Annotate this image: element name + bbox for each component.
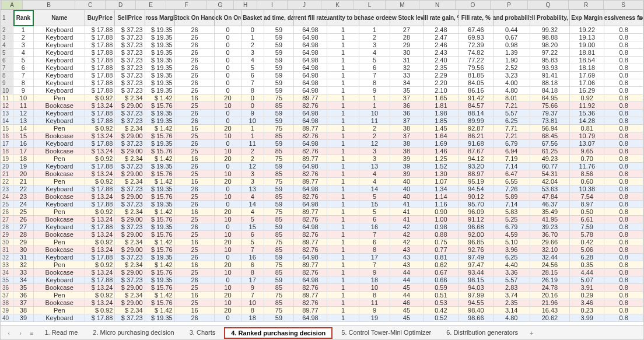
cell-cfr[interactable]: 82.76: [294, 246, 327, 254]
cell-soo[interactable]: 0: [215, 87, 241, 94]
cell-rank[interactable]: 8: [13, 79, 34, 87]
cell-frg[interactable]: 0.81: [424, 254, 459, 261]
cell-qty[interactable]: 1: [327, 57, 359, 64]
cell-em[interactable]: 5.78: [570, 231, 604, 239]
cell-ns[interactable]: 45: [390, 284, 424, 292]
header-cell[interactable]: Fill rate gain, %▾: [424, 10, 459, 26]
cell-dp[interactable]: 4.40: [494, 261, 530, 269]
cell-soo[interactable]: 0: [215, 117, 241, 125]
cell-ns[interactable]: 37: [390, 94, 424, 102]
cell-soo[interactable]: 10: [215, 193, 241, 201]
cell-cfr[interactable]: 64.98: [294, 72, 327, 79]
cell-ns[interactable]: 43: [390, 254, 424, 261]
cell-rank[interactable]: 23: [13, 193, 34, 201]
cell-name[interactable]: Bookcase: [34, 284, 85, 292]
row-header[interactable]: 9: [1, 79, 13, 87]
cell-basket[interactable]: 1: [242, 132, 264, 140]
cell-sp[interactable]: 98.88: [530, 34, 570, 41]
cell-buy[interactable]: $ 0.92: [85, 261, 115, 269]
cell-sp[interactable]: 95.83: [530, 57, 570, 64]
cell-qty[interactable]: 1: [327, 239, 359, 246]
cell-fr[interactable]: 67.46: [459, 26, 494, 34]
cell-agr[interactable]: 0.8: [604, 299, 643, 307]
cell-basket[interactable]: 13: [242, 185, 264, 193]
cell-frg[interactable]: 1.07: [424, 178, 459, 185]
cell-agr[interactable]: 0.8: [604, 140, 643, 148]
cell-frg[interactable]: 1.65: [424, 94, 459, 102]
cell-fr[interactable]: 98.40: [459, 307, 494, 314]
cell-basket[interactable]: 5: [242, 216, 264, 223]
cell-sell[interactable]: $ 29.00: [115, 193, 145, 201]
cell-em[interactable]: 11.76: [570, 163, 604, 170]
cell-fr[interactable]: 69.93: [459, 34, 494, 41]
cell-sell[interactable]: $ 29.00: [115, 132, 145, 140]
cell-poq[interactable]: 2: [359, 34, 390, 41]
cell-cfr[interactable]: 82.76: [294, 170, 327, 178]
cell-name[interactable]: Pen: [34, 208, 85, 216]
cell-soh[interactable]: 26: [175, 64, 215, 72]
column-header-O[interactable]: O: [456, 1, 491, 9]
cell-lead[interactable]: 85: [264, 284, 294, 292]
cell-poq[interactable]: 3: [359, 148, 390, 155]
cell-basket[interactable]: 10: [242, 299, 264, 307]
cell-basket[interactable]: 4: [242, 57, 264, 64]
cell-gm[interactable]: $ 1.42: [145, 208, 175, 216]
row-header[interactable]: 13: [1, 110, 13, 117]
cell-sell[interactable]: $ 37.23: [115, 49, 145, 57]
cell-poq[interactable]: 7: [359, 231, 390, 239]
cell-lead[interactable]: 75: [264, 178, 294, 185]
cell-sell[interactable]: $ 29.00: [115, 299, 145, 307]
cell-fr[interactable]: 87.67: [459, 148, 494, 155]
cell-buy[interactable]: $ 17.88: [85, 72, 115, 79]
cell-soo[interactable]: 20: [215, 178, 241, 185]
cell-frg[interactable]: 2.40: [424, 57, 459, 64]
cell-dp[interactable]: 3.74: [494, 292, 530, 299]
cell-fr[interactable]: 96.68: [459, 223, 494, 231]
cell-sell[interactable]: $ 2.34: [115, 155, 145, 163]
cell-sell[interactable]: $ 37.23: [115, 117, 145, 125]
cell-basket[interactable]: 5: [242, 64, 264, 72]
cell-buy[interactable]: $ 17.88: [85, 64, 115, 72]
cell-agr[interactable]: 0.8: [604, 57, 643, 64]
cell-soh[interactable]: 16: [175, 239, 215, 246]
cell-fr[interactable]: 97.47: [459, 261, 494, 269]
cell-em[interactable]: 18.18: [570, 64, 604, 72]
cell-frg[interactable]: 2.29: [424, 72, 459, 79]
cell-sell[interactable]: $ 2.34: [115, 125, 145, 132]
column-header-M[interactable]: M: [386, 1, 419, 9]
cell-sp[interactable]: 68.45: [530, 132, 570, 140]
header-cell[interactable]: Stock On Order▾: [215, 10, 241, 26]
cell-cfr[interactable]: 89.77: [294, 94, 327, 102]
cell-basket[interactable]: 0: [242, 94, 264, 102]
row-header[interactable]: 28: [1, 223, 13, 231]
cell-sell[interactable]: $ 37.23: [115, 34, 145, 41]
cell-sp[interactable]: 42.04: [530, 178, 570, 185]
cell-fr[interactable]: 88.14: [459, 110, 494, 117]
cell-basket[interactable]: 6: [242, 231, 264, 239]
cell-soh[interactable]: 26: [175, 57, 215, 64]
cell-ns[interactable]: 38: [390, 140, 424, 148]
cell-sell[interactable]: $ 2.34: [115, 178, 145, 185]
cell-rank[interactable]: 28: [13, 231, 34, 239]
cell-ns[interactable]: 29: [390, 41, 424, 49]
cell-lead[interactable]: 59: [264, 64, 294, 72]
cell-sell[interactable]: $ 2.34: [115, 94, 145, 102]
cell-dp[interactable]: 3.36: [494, 269, 530, 276]
header-cell[interactable]: Sell Probability, %▾: [530, 10, 570, 26]
cell-lead[interactable]: 59: [264, 110, 294, 117]
column-header-R[interactable]: R: [569, 1, 604, 9]
cell-qty[interactable]: 1: [327, 125, 359, 132]
cell-agr[interactable]: 0.8: [604, 49, 643, 57]
cell-agr[interactable]: 0.8: [604, 314, 643, 322]
cell-dp[interactable]: 7.26: [494, 185, 530, 193]
cell-soh[interactable]: 26: [175, 276, 215, 284]
cell-cfr[interactable]: 82.76: [294, 148, 327, 155]
cell-basket[interactable]: 8: [242, 269, 264, 276]
cell-name[interactable]: Pen: [34, 94, 85, 102]
cell-cfr[interactable]: 64.98: [294, 110, 327, 117]
cell-fr[interactable]: 95.19: [459, 178, 494, 185]
cell-qty[interactable]: 1: [327, 307, 359, 314]
column-header-B[interactable]: B: [23, 1, 75, 9]
cell-cfr[interactable]: 82.76: [294, 216, 327, 223]
cell-lead[interactable]: 59: [264, 276, 294, 284]
